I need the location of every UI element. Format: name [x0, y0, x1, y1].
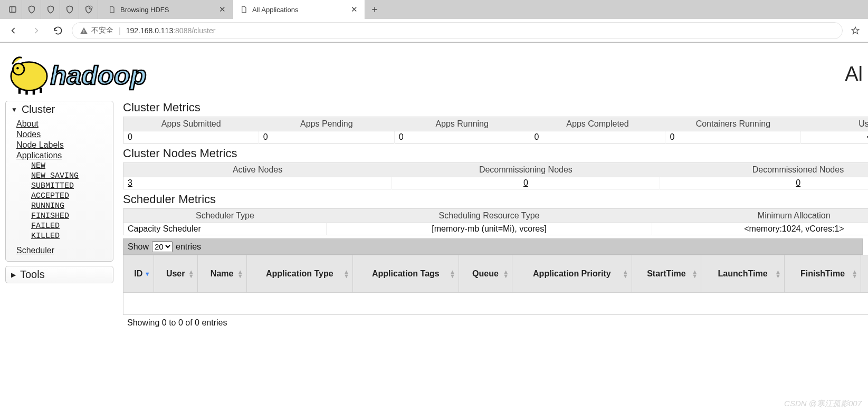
col-app-type[interactable]: Application Type▲▼: [246, 255, 352, 293]
col-starttime[interactable]: StartTime▲▼: [632, 255, 701, 293]
sidebar-link-node-labels[interactable]: Node Labels: [16, 140, 113, 150]
sidebar-state-finished[interactable]: FINISHED: [31, 211, 113, 221]
sidebar-state-killed[interactable]: KILLED: [31, 231, 113, 241]
col-name[interactable]: Name▲▼: [197, 255, 246, 293]
active-nodes-link[interactable]: 3: [128, 178, 132, 187]
svg-text:hadoop: hadoop: [51, 60, 147, 90]
col-finishtime[interactable]: FinishTime▲▼: [784, 255, 861, 293]
col-launchtime[interactable]: LaunchTime▲▼: [701, 255, 785, 293]
main-content: Cluster Metrics Apps Submitted Apps Pend…: [123, 101, 863, 331]
sidebar-state-failed[interactable]: FAILED: [31, 221, 113, 231]
col-active-nodes[interactable]: Active Nodes: [123, 163, 392, 177]
sidebar-link-nodes[interactable]: Nodes: [16, 129, 113, 140]
show-label: Show: [128, 242, 149, 252]
close-icon[interactable]: ✕: [218, 5, 226, 14]
favorite-button[interactable]: [848, 26, 863, 35]
sidebar-state-submitted[interactable]: SUBMITTED: [31, 181, 113, 191]
sidebar-cluster-header[interactable]: ▼ Cluster: [6, 101, 113, 118]
page-size-select[interactable]: 20: [152, 241, 173, 252]
decommissioning-link[interactable]: 0: [523, 178, 528, 187]
sidebar: ▼ Cluster About Nodes Node Labels Applic…: [5, 101, 113, 288]
sidebar-cluster-block: ▼ Cluster About Nodes Node Labels Applic…: [5, 101, 113, 262]
cell: <memory:1024, vCores:1>: [652, 223, 868, 235]
tab-title: Browsing HDFS: [120, 6, 214, 14]
collapse-icon: ▼: [11, 106, 17, 113]
sidebar-tools-header[interactable]: ▶ Tools: [6, 266, 113, 283]
cell: 0: [259, 131, 394, 143]
col-apps-running[interactable]: Apps Running: [394, 117, 530, 131]
sidebar-link-applications[interactable]: Applications: [16, 150, 113, 161]
col-min-alloc[interactable]: Minimum Allocation: [652, 209, 868, 223]
tab-strip: ! Browsing HDFS ✕ All Applications ✕: [0, 0, 868, 19]
datatable-info: Showing 0 to 0 of 0 entries: [123, 315, 863, 331]
col-decommissioned-nodes[interactable]: Decommissioned Nodes: [660, 163, 868, 177]
col-decommissioning-nodes[interactable]: Decommissioning Nodes: [392, 163, 660, 177]
separator: |: [119, 26, 121, 35]
refresh-button[interactable]: [50, 22, 66, 39]
applications-table: ID▼ User▲▼ Name▲▼ Application Type▲▼ App…: [123, 255, 868, 315]
new-tab-button[interactable]: [365, 0, 384, 19]
nodes-metrics-table: Active Nodes Decommissioning Nodes Decom…: [123, 162, 868, 189]
sort-icon: ▲▼: [692, 270, 698, 278]
address-bar: 不安全 | 192.168.0.113:8088/cluster: [0, 19, 868, 42]
col-id[interactable]: ID▼: [123, 255, 154, 293]
scheduler-metrics-table: Scheduler Type Scheduling Resource Type …: [123, 208, 868, 235]
shield-icon[interactable]: [22, 0, 41, 19]
col-used[interactable]: Used: [801, 117, 868, 131]
col-queue[interactable]: Queue▲▼: [459, 255, 512, 293]
shield-icon[interactable]: [41, 0, 60, 19]
insecure-badge: 不安全: [80, 26, 113, 35]
datatable-length: Show 20 entries: [123, 238, 863, 255]
tab-all-applications[interactable]: All Applications ✕: [233, 0, 365, 19]
sidebar-state-running[interactable]: RUNNING: [31, 201, 113, 211]
cell: 0: [530, 131, 665, 143]
sort-icon: ▲▼: [344, 270, 349, 278]
sidebar-state-new-saving[interactable]: NEW_SAVING: [31, 171, 113, 181]
col-scheduler-type[interactable]: Scheduler Type: [123, 209, 327, 223]
col-resource-type[interactable]: Scheduling Resource Type: [327, 209, 652, 223]
col-state[interactable]: State▲▼: [861, 255, 868, 293]
cell: 3: [123, 177, 392, 189]
sidebar-state-accepted[interactable]: ACCEPTED: [31, 191, 113, 201]
panel-icon[interactable]: [3, 0, 22, 19]
sidebar-state-new[interactable]: NEW: [31, 161, 113, 171]
file-icon: [108, 5, 116, 14]
section-scheduler-metrics: Scheduler Metrics: [123, 193, 863, 206]
svg-rect-5: [83, 32, 84, 33]
svg-rect-0: [9, 7, 16, 13]
insecure-label: 不安全: [91, 26, 113, 35]
forward-button[interactable]: [27, 22, 44, 39]
url-input[interactable]: 不安全 | 192.168.0.113:8088/cluster: [72, 22, 843, 39]
col-containers-running[interactable]: Containers Running: [665, 117, 801, 131]
section-nodes-metrics: Cluster Nodes Metrics: [123, 147, 863, 160]
page-body: hadoop Al ▼ Cluster About Nodes Node Lab…: [0, 43, 868, 336]
tab-browsing-hdfs[interactable]: Browsing HDFS ✕: [101, 0, 233, 19]
sort-icon: ▲▼: [623, 270, 628, 278]
shield-alert-icon[interactable]: !: [79, 0, 98, 19]
col-apps-completed[interactable]: Apps Completed: [530, 117, 665, 131]
url-text: 192.168.0.113:8088/cluster: [126, 26, 216, 35]
back-button[interactable]: [5, 22, 22, 39]
cell: 0: [394, 131, 530, 143]
sort-icon: ▲▼: [852, 270, 857, 278]
col-apps-submitted[interactable]: Apps Submitted: [123, 117, 259, 131]
col-app-priority[interactable]: Application Priority▲▼: [512, 255, 632, 293]
sort-icon: ▲▼: [775, 270, 781, 278]
col-apps-pending[interactable]: Apps Pending: [259, 117, 394, 131]
svg-text:!: !: [90, 7, 91, 9]
sidebar-link-scheduler[interactable]: Scheduler: [16, 245, 54, 256]
hadoop-logo: hadoop: [5, 50, 205, 98]
cell: [memory-mb (unit=Mi), vcores]: [327, 223, 652, 235]
cell: <memory:0 B, vC: [801, 131, 868, 143]
empty-row: [123, 293, 869, 315]
sort-icon: ▲▼: [237, 270, 243, 278]
shield-icon[interactable]: [60, 0, 79, 19]
close-icon[interactable]: ✕: [350, 5, 358, 14]
col-app-tags[interactable]: Application Tags▲▼: [352, 255, 459, 293]
col-user[interactable]: User▲▼: [154, 255, 197, 293]
section-cluster-metrics: Cluster Metrics: [123, 101, 863, 114]
decommissioned-link[interactable]: 0: [796, 178, 800, 187]
sidebar-link-about[interactable]: About: [16, 119, 113, 129]
tab-title: All Applications: [252, 6, 346, 14]
page-title: Al: [841, 63, 863, 85]
